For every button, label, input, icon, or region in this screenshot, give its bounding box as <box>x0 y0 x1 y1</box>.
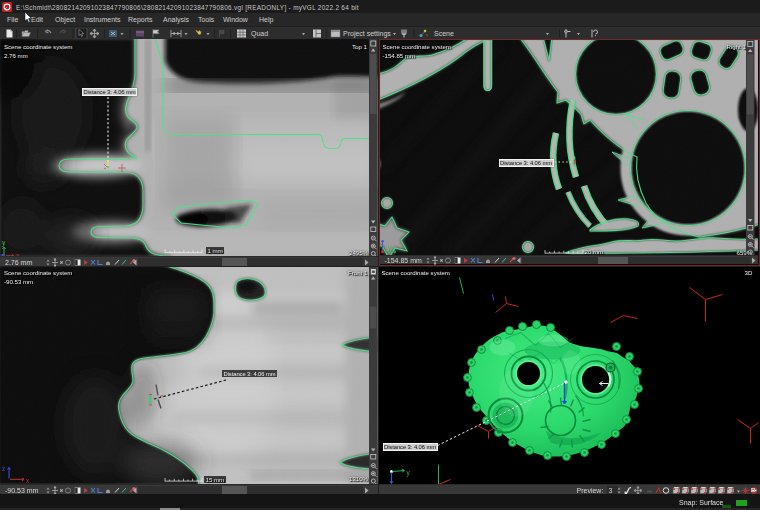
svg-text:Scene: Scene <box>434 30 454 37</box>
svg-text:Quad: Quad <box>251 30 268 38</box>
svg-text:Project settings: Project settings <box>343 30 391 38</box>
svg-text:z: z <box>2 464 5 471</box>
svg-text:y: y <box>406 468 410 476</box>
